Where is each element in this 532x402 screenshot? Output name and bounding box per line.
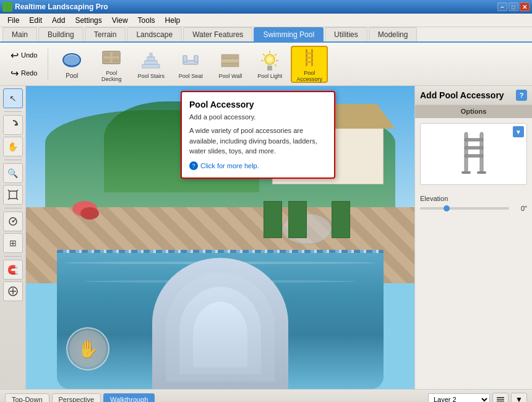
svg-rect-15 xyxy=(221,54,239,59)
view-perspective-button[interactable]: Perspective xyxy=(52,393,101,403)
svg-point-40 xyxy=(12,221,14,223)
svg-line-35 xyxy=(17,190,18,191)
tool-rotate[interactable] xyxy=(3,115,23,135)
close-button[interactable]: ✕ xyxy=(520,2,530,11)
layer-select[interactable]: Layer 2 Layer 1 Layer 3 xyxy=(428,393,490,403)
svg-line-37 xyxy=(17,199,18,200)
elevation-value: 0" xyxy=(512,205,527,212)
svg-line-23 xyxy=(275,64,277,66)
lt-sep-2 xyxy=(4,160,22,160)
panel-help-button[interactable]: ? xyxy=(516,90,527,101)
elevation-thumb[interactable] xyxy=(444,205,450,212)
menu-settings[interactable]: Settings xyxy=(70,15,106,26)
svg-rect-13 xyxy=(194,56,198,62)
left-toolbar: ↖ ✋ 🔍 ⊞ 🧲 xyxy=(0,86,26,389)
menu-help[interactable]: Help xyxy=(160,15,186,26)
svg-point-19 xyxy=(267,57,272,62)
ribbon-pool-accessory-button[interactable]: Pool Accessory xyxy=(291,46,328,83)
panel-header: Add Pool Accessory ? xyxy=(415,86,532,105)
tool-grid[interactable]: ⊞ xyxy=(3,233,23,253)
ribbon-pool-button[interactable]: Pool xyxy=(53,46,90,83)
tool-pan[interactable]: ✋ xyxy=(3,137,23,156)
svg-rect-7 xyxy=(142,64,160,68)
panel-options-tab[interactable]: Options xyxy=(415,105,532,118)
pool-decking-label: Pool Decking xyxy=(96,70,127,82)
tool-snap[interactable]: 🧲 xyxy=(3,260,23,280)
svg-line-36 xyxy=(8,199,9,200)
svg-rect-48 xyxy=(465,155,483,157)
svg-rect-50 xyxy=(477,171,486,174)
pool-seat-label: Pool Seat xyxy=(179,73,203,79)
svg-rect-9 xyxy=(147,57,155,61)
svg-rect-49 xyxy=(461,171,471,174)
tab-swimming-pool[interactable]: Swimming Pool xyxy=(254,27,324,41)
undo-redo-group: ↩ Undo ↪ Redo xyxy=(5,48,43,81)
undo-button[interactable]: ↩ Undo xyxy=(5,48,43,63)
tab-main[interactable]: Main xyxy=(2,27,37,41)
svg-line-24 xyxy=(263,54,265,56)
redo-icon: ↪ xyxy=(11,67,19,79)
menu-view[interactable]: View xyxy=(107,15,133,26)
window-controls: – □ ✕ xyxy=(497,2,530,11)
menu-tools[interactable]: Tools xyxy=(133,15,160,26)
tool-extra[interactable] xyxy=(3,281,23,301)
tool-zoom-to-fit[interactable] xyxy=(3,185,23,205)
tab-water-features[interactable]: Water Features xyxy=(183,27,252,41)
pool-wall-icon xyxy=(219,49,241,72)
menu-add[interactable]: Add xyxy=(47,15,70,26)
redo-label: Redo xyxy=(21,69,37,77)
ribbon-pool-wall-button[interactable]: Pool Wall xyxy=(212,46,249,83)
svg-rect-26 xyxy=(267,66,272,71)
canvas-area[interactable]: ✋ Pool Accessory Add a pool accessory. A… xyxy=(26,86,414,389)
tooltip-help-link[interactable]: ? Click for more help. xyxy=(189,161,327,170)
menu-file[interactable]: File xyxy=(2,15,24,26)
compass-circle: ✋ xyxy=(66,327,109,370)
tooltip-subtitle: Add a pool accessory. xyxy=(189,113,327,121)
pool-decking-icon xyxy=(100,46,122,69)
pool-icon xyxy=(61,49,83,71)
minimize-button[interactable]: – xyxy=(497,2,507,11)
ribbon-pool-decking-button[interactable]: Pool Decking xyxy=(93,46,130,83)
ribbon-pool-light-button[interactable]: Pool Light xyxy=(251,46,288,83)
preview-dropdown-button[interactable]: ▼ xyxy=(513,126,524,137)
app-title: Realtime Landscaping Pro xyxy=(15,2,497,11)
help-circle-icon: ? xyxy=(189,161,198,170)
elevation-slider[interactable] xyxy=(420,207,509,210)
tab-utilities[interactable]: Utilities xyxy=(325,27,367,41)
svg-rect-6 xyxy=(113,59,119,62)
pool-light-label: Pool Light xyxy=(257,73,282,79)
tab-terrain[interactable]: Terrain xyxy=(85,27,126,41)
right-panel: Add Pool Accessory ? Options ▼ Elevation xyxy=(414,86,532,389)
tooltip-body: A wide variety of pool accessories are a… xyxy=(189,126,327,156)
app-icon: 🌿 xyxy=(2,2,12,12)
tab-modeling[interactable]: Modeling xyxy=(369,27,418,41)
menu-bar: File Edit Add Settings View Tools Help xyxy=(0,14,532,27)
tool-select[interactable]: ↖ xyxy=(3,88,23,108)
svg-rect-52 xyxy=(497,399,504,400)
panel-preview: ▼ xyxy=(420,123,527,185)
elevation-section: Elevation 0" xyxy=(415,190,532,217)
svg-rect-46 xyxy=(465,139,483,141)
ribbon: ↩ Undo ↪ Redo Pool Pool D xyxy=(0,43,532,86)
layer-toggle-button[interactable]: ▼ xyxy=(511,393,527,403)
accessory-preview-image xyxy=(452,129,496,179)
view-walkthrough-button[interactable]: Walkthrough xyxy=(103,393,155,403)
maximize-button[interactable]: □ xyxy=(508,2,518,11)
lt-sep-4 xyxy=(4,256,22,257)
tool-measure[interactable] xyxy=(3,212,23,231)
pool-accessory-icon xyxy=(298,46,320,69)
tab-building[interactable]: Building xyxy=(38,27,84,41)
menu-edit[interactable]: Edit xyxy=(24,15,47,26)
tool-zoom-in[interactable]: 🔍 xyxy=(3,163,23,183)
svg-rect-5 xyxy=(104,59,110,62)
nav-compass[interactable]: ✋ xyxy=(66,327,109,370)
ribbon-pool-seat-button[interactable]: Pool Seat xyxy=(172,46,209,83)
layer-settings-button[interactable] xyxy=(492,393,508,403)
ribbon-pool-stairs-button[interactable]: Pool Stairs xyxy=(132,46,169,83)
svg-rect-51 xyxy=(497,397,504,398)
svg-rect-47 xyxy=(465,147,483,149)
view-topdown-button[interactable]: Top-Down xyxy=(5,393,49,403)
tab-landscape[interactable]: Landscape xyxy=(127,27,182,41)
tooltip-popup: Pool Accessory Add a pool accessory. A w… xyxy=(181,91,335,179)
redo-button[interactable]: ↪ Redo xyxy=(5,66,43,81)
